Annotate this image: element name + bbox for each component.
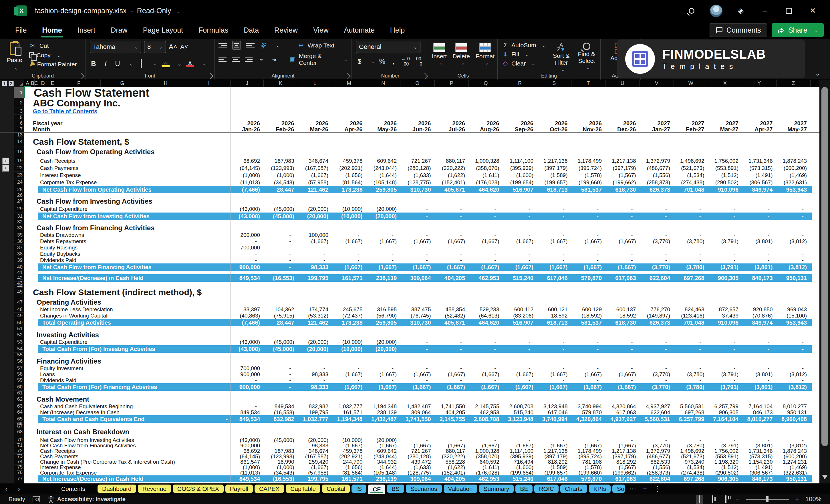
cell-L74[interactable]: 259,420 [298, 459, 332, 465]
cell-U64[interactable]: 617,063 [605, 409, 640, 415]
cell-N6[interactable]: 2026 [366, 120, 401, 126]
cell-K31[interactable]: (45,000) [264, 213, 298, 220]
cell-J75[interactable]: (1,000) [230, 465, 264, 470]
cell-K72[interactable]: 187,983 [264, 448, 298, 454]
cell-Y29[interactable]: - [742, 206, 776, 213]
cell-P38[interactable]: - [435, 251, 469, 257]
cell-X63[interactable]: 6,257,799 [708, 403, 742, 409]
cell-K38[interactable]: - [264, 251, 298, 257]
cell-Z53[interactable]: - [776, 339, 811, 345]
cell-Q77[interactable]: 462,953 [469, 475, 503, 482]
cell-O19[interactable]: 721,267 [401, 157, 435, 164]
cell-N72[interactable]: 609,642 [366, 448, 401, 454]
close-button[interactable]: ✕ [807, 5, 819, 17]
sheet-tab-roic[interactable]: ROIC [534, 484, 558, 493]
cell-O77[interactable]: 309,064 [401, 475, 435, 482]
cell-S42[interactable]: 617,046 [537, 274, 571, 282]
cell-O49[interactable]: (76,745) [401, 313, 435, 319]
cell-S60[interactable]: (1,667) [537, 383, 571, 391]
row-number-68[interactable]: 68 [14, 428, 24, 436]
cell-Q57[interactable]: - [469, 365, 503, 371]
cell-L48[interactable]: 174,774 [298, 306, 332, 313]
cell-U29[interactable]: - [605, 206, 640, 213]
column-header-M[interactable]: M [332, 80, 366, 87]
cell-Q73[interactable]: (358,070) [469, 454, 503, 459]
cell-R19[interactable]: 1,114,100 [503, 157, 537, 164]
cell-R53[interactable]: - [503, 339, 537, 345]
cell-O64[interactable]: 309,064 [401, 409, 435, 415]
cell-M57[interactable]: - [332, 365, 366, 371]
cell-L76[interactable]: (57,958) [298, 470, 332, 475]
label-cell[interactable]: Total Cash and Cash Equivalents End- [24, 415, 230, 423]
row-number-44[interactable]: 44 [14, 285, 24, 287]
cell-W64[interactable]: 697,268 [674, 409, 708, 415]
cell-L25[interactable]: 121,462 [298, 186, 332, 193]
cell-L35[interactable]: 100,000 [298, 232, 332, 238]
cell-L57[interactable]: - [298, 365, 332, 371]
cell-O31[interactable]: - [401, 213, 435, 220]
label-cell[interactable]: Cash and Cash Equivalents Beginning [24, 403, 230, 409]
clear-button[interactable]: ◇Clear⌄ [502, 60, 546, 67]
cell-V49[interactable]: (149,897) [640, 313, 674, 319]
label-cell[interactable]: Operating Activities [24, 298, 230, 306]
cell-O36[interactable]: (1,667) [401, 238, 435, 245]
percent-button[interactable]: % [378, 58, 386, 65]
cell-W53[interactable]: - [674, 339, 708, 345]
cell-U24[interactable]: (199,662) [605, 179, 640, 186]
cell-Z31[interactable]: - [776, 213, 811, 220]
outline-expand-button[interactable]: + [2, 165, 9, 171]
cell-L50[interactable]: 121,462 [298, 319, 332, 326]
column-header-U[interactable]: U [605, 80, 640, 87]
shrink-font-button[interactable]: A˅ [180, 43, 188, 51]
cell-J19[interactable]: 68,692 [230, 157, 264, 164]
cell-N7[interactable]: May-26 [366, 126, 401, 132]
cell-U57[interactable]: - [605, 365, 640, 371]
cell-M54[interactable]: (10,000) [332, 345, 366, 353]
sheet-tab-valuation[interactable]: Valuation [444, 484, 477, 493]
label-cell[interactable]: Cash Receipts [24, 157, 230, 164]
cell-M23[interactable]: (1,656) [332, 171, 366, 179]
cell-Z77[interactable]: 950,131 [776, 475, 811, 482]
cell-M38[interactable]: - [332, 251, 366, 257]
zoom-out-button[interactable]: − [736, 495, 740, 503]
cell-X60[interactable]: (3,791) [708, 383, 742, 391]
cell-S72[interactable]: 1,217,138 [537, 448, 571, 454]
cell-V77[interactable]: 622,604 [640, 475, 674, 482]
cell-T39[interactable]: - [571, 257, 606, 263]
cell-X19[interactable]: 1,756,002 [708, 157, 742, 164]
cell-N54[interactable]: (20,000) [366, 345, 401, 353]
cell-O58[interactable]: (1,667) [401, 371, 435, 377]
row-number-24[interactable]: 24 [14, 179, 24, 186]
label-cell[interactable] [24, 271, 230, 274]
cell-U70[interactable]: - [605, 437, 640, 443]
menu-tab-help[interactable]: Help [382, 22, 412, 39]
cell-L59[interactable]: - [298, 377, 332, 383]
cell-L72[interactable]: 348,674 [298, 448, 332, 454]
cell-R29[interactable]: - [503, 206, 537, 213]
font-size-select[interactable]: 8⌄ [144, 41, 166, 53]
cell-T25[interactable]: 581,537 [571, 186, 606, 193]
cell-U19[interactable]: 1,217,138 [605, 157, 640, 164]
cell-Q24[interactable]: (176,028) [469, 179, 503, 186]
cell-V29[interactable]: - [640, 206, 674, 213]
cell-X72[interactable]: 1,756,002 [708, 448, 742, 454]
cell-O65[interactable]: 1,741,550 [401, 415, 435, 423]
cell-S31[interactable]: - [537, 213, 571, 220]
align-left-button[interactable] [219, 57, 226, 63]
cell-O53[interactable]: - [401, 339, 435, 345]
cell-T29[interactable]: - [571, 206, 606, 213]
cell-U49[interactable]: 18,592 [605, 313, 640, 319]
cell-Z63[interactable]: 8,010,277 [776, 403, 811, 409]
cell-U59[interactable]: - [605, 377, 640, 383]
column-header-W[interactable]: W [674, 80, 708, 87]
cell-S74[interactable]: 818,292 [537, 459, 571, 465]
cell-L6[interactable]: 2026 [298, 120, 332, 126]
cell-X74[interactable]: 1,198,320 [708, 459, 742, 465]
column-header-T[interactable]: T [571, 80, 606, 87]
cell-U35[interactable]: - [605, 232, 640, 238]
label-cell[interactable]: Net Increase/(Decrease) in Cash Held [24, 274, 230, 282]
cell-W57[interactable]: - [674, 365, 708, 371]
cell-W35[interactable]: - [674, 232, 708, 238]
cell-N65[interactable]: 1,432,487 [366, 415, 401, 423]
cell-S29[interactable]: - [537, 206, 571, 213]
